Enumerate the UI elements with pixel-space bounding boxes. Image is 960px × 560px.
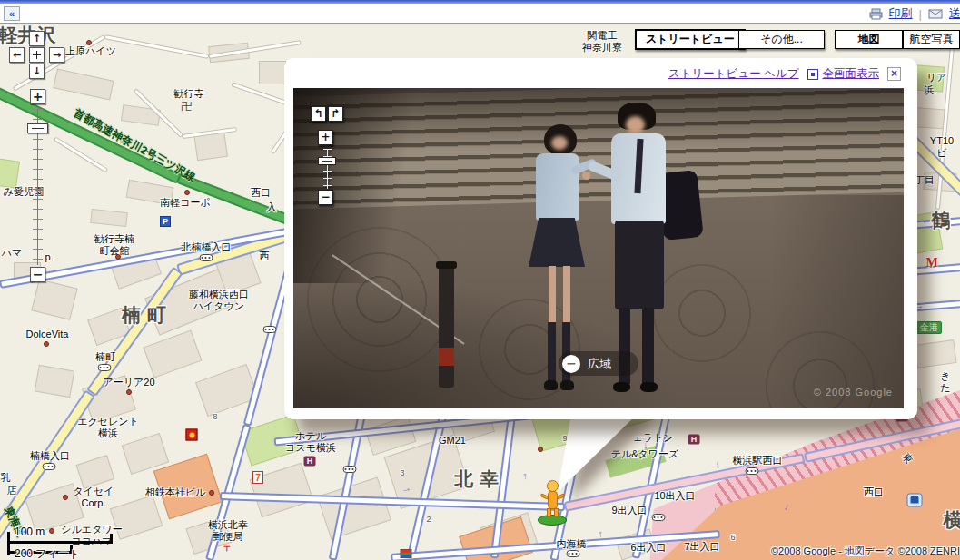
map-label: YT10ビ [930,135,954,159]
map-zoom-out-button[interactable]: − [30,267,45,282]
bus-icon [200,254,213,261]
map-attribution: ©2008 Google - 地図データ ©2008 ZENRIN [771,545,960,558]
map-label: 北幸 [454,467,505,490]
send-link[interactable]: 送信 [949,5,960,22]
map-label: ェラトン [632,432,673,444]
map-label: 丁目 [915,174,935,186]
sv-zoom-out-button[interactable]: − [318,190,333,205]
scale-bar-metric [7,541,113,544]
collapse-sidebar-button[interactable]: « [4,6,20,21]
map-zoom-slider-handle[interactable] [27,123,48,133]
map-label: 金港 [916,321,942,334]
bus-icon [746,467,759,475]
map-label: 横 [944,508,960,531]
map-label: 2 [426,515,431,525]
map-label: DolceVita [26,329,69,340]
print-link[interactable]: 印刷 [889,5,913,22]
pan-up-button[interactable]: ↑ [29,31,45,46]
fullscreen-link[interactable]: 全画面表示 [823,66,880,82]
street-view-button[interactable]: ストリートビュー [635,29,746,50]
road [104,34,210,59]
park [0,156,20,188]
wide-area-button[interactable]: − 広域 [559,351,638,376]
map-label: 楠町 [122,303,173,326]
map-label: 8 [213,412,217,422]
sv-zoom-slider-handle[interactable] [318,157,336,165]
rainbow-icon [401,549,412,558]
balloon-header: ストリートビュー ヘルプ 全画面表示 × [668,66,901,82]
scale-imperial-label: 200 フィート [15,546,80,560]
map-label: 相鉄本社ビル [145,486,206,498]
map-label: 西口 [251,187,271,199]
pegman-head [547,480,559,492]
map-label: きた [938,370,953,394]
guy-pants [615,221,664,309]
map-label: 9 [562,434,567,444]
sv-zoom-slider[interactable] [323,149,332,189]
street-view-photo[interactable]: ↰ ↱ + − − 広域 © 2008 Google [293,88,904,408]
girl-leg [549,266,556,324]
girl-shoe [560,380,574,390]
dot-icon [86,40,92,45]
rotate-left-button[interactable]: ↰ [311,106,326,122]
sv-zoom-in-button[interactable]: + [318,130,333,145]
pegman-icon[interactable] [538,480,567,526]
map-label: 楠橋入口 [30,450,70,462]
map-label: 6出入口 [630,542,666,554]
oneway-arrow-icon: → [582,456,594,467]
close-icon[interactable]: × [887,67,901,81]
separator: | [919,7,922,21]
map-label: 内海橋 [557,538,587,550]
scale-metric-label: 100 m [15,526,45,538]
guy-face [626,116,645,133]
bollard-red-band [439,348,454,366]
map-label: 西口 [864,486,884,498]
map-label: 乳 [1,472,11,484]
cobblestone-ground [293,195,904,408]
map-type-button[interactable]: 地図 [835,30,903,49]
top-accent-strip [0,0,960,4]
pan-left-button[interactable]: ← [9,47,25,63]
guy-shoe [640,382,658,392]
map-label: 3 [400,468,404,478]
oneway-arrow-icon: → [922,219,932,230]
map-label: エクセレント 横浜 [77,416,139,439]
mail-icon [928,9,943,19]
top-bar: « 印刷 | 送信 [0,0,960,24]
street-view-help-link[interactable]: ストリートビュー ヘルプ [668,66,799,82]
minus-icon: − [562,355,580,373]
pan-down-button[interactable]: ↓ [29,64,45,79]
dot-icon [115,254,121,260]
rotate-right-button[interactable]: ↱ [328,106,343,122]
girl-leg [563,266,570,324]
others-button[interactable]: その他... [738,30,825,49]
donki-icon [186,429,198,441]
bus-icon [567,550,580,557]
pegman-arm [557,493,566,499]
building [144,330,203,378]
map-label: タイセイ Corp. [73,486,114,509]
pan-right-button[interactable]: → [49,47,64,63]
pegman-body [548,491,558,509]
map-zoom-in-button[interactable]: + [30,89,45,104]
girl-face [551,136,568,150]
oneway-arrow-icon: → [593,529,605,540]
chrome-links: 印刷 | 送信 [869,5,960,22]
map-label: 関電工 神奈川寮 [582,30,622,54]
pegman-leg [547,508,551,517]
map-label: 勧行寺 [174,88,204,100]
pan-center-button[interactable] [29,47,45,63]
pegman-leg [554,508,559,517]
map-label: 7出入口 [684,541,719,553]
map-label: 店 [7,485,17,496]
parking-icon: P [160,216,171,227]
oneway-arrow-icon: → [642,440,654,451]
photo-copyright: © 2008 Google [814,387,893,398]
satellite-button[interactable]: 航空写真 [903,30,960,49]
map-label: ホテル コスモ横浜 [285,430,336,454]
building [76,455,115,489]
guy-hand [582,172,590,180]
wide-area-label: 広域 [588,356,611,372]
map-label: 勧行寺楠 町会館 [94,233,134,257]
printer-icon [869,8,883,20]
